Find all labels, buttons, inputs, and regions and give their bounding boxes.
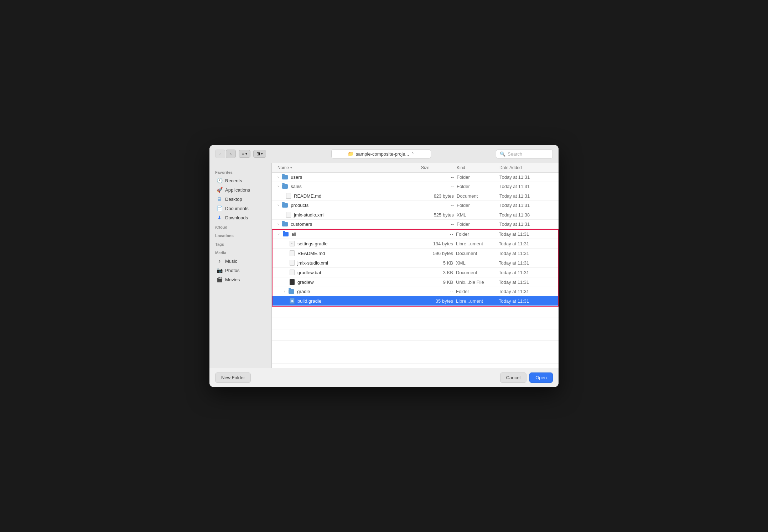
file-kind: XML [456,260,499,266]
file-kind: Folder [456,231,499,237]
file-date: Today at 11:31 [499,270,552,275]
toolbar: ‹ › ≡ ▾ ⊞ ▾ 📁 sample-composite-proje... … [209,145,559,163]
file-kind: Folder [456,289,499,294]
table-row[interactable]: › customers -- Folder Today at 11:31 [272,220,559,229]
location-name: sample-composite-proje... [356,151,409,157]
chevron-icon: › [277,222,279,226]
sidebar-item-applications[interactable]: 🚀 Applications [211,185,270,194]
documents-icon: 📄 [217,205,222,211]
doc-icon [290,260,295,266]
folder-icon: 📁 [348,151,354,157]
table-row[interactable]: jmix-studio.xml 525 bytes XML Today at 1… [272,210,559,220]
downloads-icon: ⬇ [217,215,222,220]
chevron-icon: › [284,290,285,293]
table-row[interactable]: 📄 build.gradle 35 bytes Libre...ument To… [273,296,558,306]
doc-icon [286,193,291,199]
search-icon: 🔍 [500,151,505,157]
sidebar-item-documents[interactable]: 📄 Documents [211,204,270,213]
doc-icon [290,250,295,256]
file-name: products [291,203,308,208]
file-size: -- [421,184,457,189]
nav-buttons: ‹ › [215,150,236,158]
back-button[interactable]: ‹ [215,150,225,158]
file-date: Today at 11:31 [499,184,553,189]
selection-box: › all -- Folder Today at 11:31 G [272,229,559,307]
file-kind: Document [456,270,499,275]
file-list-area: Name ▾ Size Kind Date Added › users -- F… [272,163,559,368]
sidebar-item-music[interactable]: ♪ Music [211,256,270,266]
file-date: Today at 11:31 [499,280,552,285]
table-row[interactable]: › gradle -- Folder Today at 11:31 [273,287,558,296]
file-date: Today at 11:31 [499,298,552,304]
file-date: Today at 11:31 [499,260,552,266]
grid-view-icon: ⊞ [256,151,260,156]
file-kind: XML [457,212,499,218]
media-label: Media [209,248,271,256]
movies-icon: 🎬 [217,277,222,282]
col-kind-header[interactable]: Kind [457,165,499,170]
file-date: Today at 11:31 [499,241,552,246]
table-row[interactable]: README.md 596 bytes Document Today at 11… [273,249,558,258]
table-row[interactable]: README.md 823 bytes Document Today at 11… [272,191,559,201]
sidebar-item-desktop[interactable]: 🖥 Desktop [211,194,270,204]
col-date-header[interactable]: Date Added [499,165,553,170]
forward-button[interactable]: › [226,150,236,158]
file-size: 35 bytes [420,298,456,304]
table-row[interactable]: › all -- Folder Today at 11:31 [273,230,558,239]
list-view-button[interactable]: ≡ ▾ [239,150,250,158]
table-row[interactable]: gradlew.bat 3 KB Document Today at 11:31 [273,268,558,277]
file-kind: Libre...ument [456,241,499,246]
sidebar: Favorites 🕐 Recents 🚀 Applications 🖥 Des… [209,163,272,368]
file-name: gradlew.bat [297,270,321,275]
table-row[interactable]: › users -- Folder Today at 11:31 [272,173,559,182]
tags-label: Tags [209,239,271,248]
table-row[interactable]: jmix-studio.xml 5 KB XML Today at 11:31 [273,258,558,268]
col-name-header[interactable]: Name ▾ [277,165,421,170]
file-name: customers [291,221,312,227]
file-kind: Folder [457,203,499,208]
file-kind: Folder [457,184,499,189]
empty-row [272,329,559,341]
folder-icon [289,289,294,294]
sidebar-documents-label: Documents [225,206,249,211]
bottom-bar: New Folder Cancel Open [209,368,559,387]
table-row[interactable]: gradlew 9 KB Unix...ble File Today at 11… [273,277,558,287]
sidebar-downloads-label: Downloads [225,215,248,220]
file-size: 823 bytes [421,193,457,199]
empty-row [272,307,559,318]
sidebar-item-recents[interactable]: 🕐 Recents [211,176,270,185]
doc-icon [290,270,295,275]
table-row[interactable]: G settings.gradle 134 bytes Libre...umen… [273,239,558,249]
col-size-header[interactable]: Size [421,165,457,170]
search-placeholder: Search [508,151,522,157]
search-box[interactable]: 🔍 Search [496,150,553,158]
file-list-header: Name ▾ Size Kind Date Added [272,163,559,173]
empty-row [272,352,559,364]
file-dialog: ‹ › ≡ ▾ ⊞ ▾ 📁 sample-composite-proje... … [209,145,559,387]
sidebar-item-downloads[interactable]: ⬇ Downloads [211,213,270,222]
table-row[interactable]: › sales -- Folder Today at 11:31 [272,182,559,191]
table-row[interactable]: › products -- Folder Today at 11:31 [272,201,559,210]
sidebar-item-movies[interactable]: 🎬 Movies [211,275,270,284]
file-name: users [291,174,302,180]
file-size: 596 bytes [420,251,456,256]
file-kind: Folder [457,174,499,180]
cancel-button[interactable]: Cancel [500,372,526,383]
grid-view-button[interactable]: ⊞ ▾ [253,150,266,158]
sidebar-item-photos[interactable]: 📷 Photos [211,266,270,275]
file-size: 525 bytes [421,212,457,218]
list-view-chevron: ▾ [245,152,247,156]
file-date: Today at 11:31 [499,289,552,294]
file-name: all [291,231,296,237]
location-bar: 📁 sample-composite-proje... ⌃ [269,149,493,158]
favorites-label: Favorites [209,167,271,176]
location-pill[interactable]: 📁 sample-composite-proje... ⌃ [331,149,431,158]
icloud-label: iCloud [209,222,271,231]
open-button[interactable]: Open [529,372,553,383]
sidebar-desktop-label: Desktop [225,197,242,202]
chevron-icon: › [277,175,279,179]
sidebar-photos-label: Photos [225,268,239,273]
doc-icon: G [290,241,295,246]
folder-icon [282,175,288,179]
new-folder-button[interactable]: New Folder [215,372,251,383]
